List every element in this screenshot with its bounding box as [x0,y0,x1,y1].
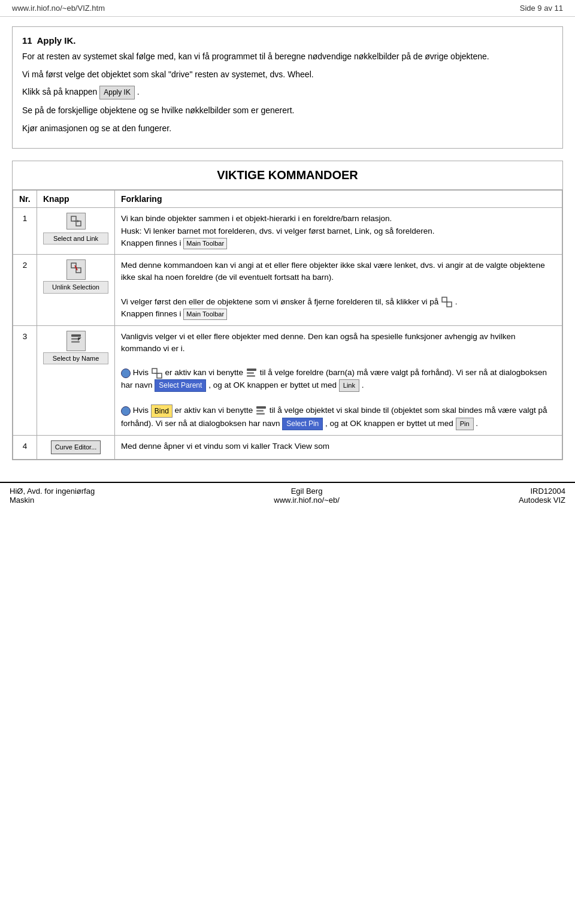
svg-rect-19 [247,372,254,374]
kommandoer-table: Nr. Knapp Forklaring 1 [13,190,562,459]
svg-rect-15 [152,369,157,373]
link-button[interactable]: Link [339,379,359,391]
viktige-title: VIKTIGE KOMMANDOER [13,161,562,190]
select-pin-button[interactable]: Select Pin [282,418,323,431]
svg-rect-9 [447,302,452,307]
para-3: Klikk så på knappen Apply IK . [22,86,553,99]
footer-left: HiØ, Avd. for ingeniørfag Maskin [10,487,95,505]
row-1-nr: 1 [13,208,37,255]
select-parent-button[interactable]: Select Parent [155,379,206,392]
svg-rect-22 [256,410,264,412]
footer-left-line2: Maskin [10,496,95,505]
footer-right: IRD12004 Autodesk VIZ [519,487,565,505]
svg-rect-21 [256,406,266,409]
row-4-knapp: Curve Editor... [37,436,115,460]
svg-rect-23 [256,413,265,415]
table-row: 4 Curve Editor... Med denne åpner vi et … [13,436,562,460]
select-icon-inline-1 [151,367,163,379]
svg-rect-16 [157,373,162,378]
row-4-nr: 4 [13,436,37,460]
footer-center-line2: www.ir.hiof.no/~eb/ [274,496,339,505]
main-toolbar-label-2: Main Toolbar [183,309,227,320]
para-1: For at resten av systemet skal følge med… [22,50,553,64]
unlink-svg-icon [70,262,82,274]
curve-editor-icon[interactable]: Curve Editor... [51,440,101,454]
para-4: Se på de forskjellige objektene og se hv… [22,104,553,117]
svg-marker-3 [77,220,80,222]
svg-rect-12 [71,338,78,340]
main-toolbar-label-1: Main Toolbar [183,238,227,249]
section-title: Apply IK. [37,35,75,46]
footer-left-line1: HiØ, Avd. for ingeniørfag [10,487,95,496]
section-number: 11 [22,35,32,46]
main-content: 11 Apply IK. For at resten av systemet s… [0,17,575,482]
select-and-link-icon[interactable] [66,213,86,230]
col-nr-header: Nr. [13,191,37,208]
unlink-selection-label: Unlink Selection [43,281,108,294]
pin-button[interactable]: Pin [456,418,474,430]
section-11-header: 11 Apply IK. [22,35,553,46]
bind-button[interactable]: Bind [151,404,172,418]
table-row: 2 Unlink Se [13,255,562,325]
select-by-name-icon[interactable] [66,331,86,351]
section-11-box: 11 Apply IK. For at resten av systemet s… [12,26,563,149]
row-3-forkl: Vanligvis velger vi et eller flere objek… [115,325,562,436]
header-page-num: Side 9 av 11 [520,4,563,13]
select-by-name-label: Select by Name [43,352,108,365]
svg-rect-11 [71,334,81,337]
unlink-inline-icon [441,297,455,306]
select-icon-inline-2 [246,367,258,379]
row-1-forkl: Vi kan binde objekter sammen i et objekt… [115,208,562,255]
footer-right-line1: IRD12004 [519,487,565,496]
svg-rect-0 [71,216,76,221]
footer-center: Egil Berg www.ir.hiof.no/~eb/ [274,487,339,505]
page-footer: HiØ, Avd. for ingeniørfag Maskin Egil Be… [0,482,575,508]
row-4-forkl: Med denne åpner vi et vindu som vi kalle… [115,436,562,460]
table-header-row: Nr. Knapp Forklaring [13,191,562,208]
circle-icon-1 [121,369,131,378]
svg-rect-18 [247,369,256,371]
svg-rect-20 [247,375,255,377]
row-1-knapp: Select and Link [37,208,115,255]
section-body: For at resten av systemet skal følge med… [22,50,553,135]
table-row: 1 [13,208,562,255]
para-2: Vi må først velge det objektet som skal … [22,68,553,81]
svg-rect-1 [76,221,81,226]
select-icon-inline-3 [255,405,267,417]
select-link-svg-icon [70,215,82,227]
svg-rect-13 [71,341,80,343]
row-2-knapp: Unlink Selection [37,255,115,325]
header-url: www.ir.hiof.no/~eb/VIZ.htm [12,4,105,13]
circle-icon-2 [121,406,131,416]
row-3-nr: 3 [13,325,37,436]
row-2-nr: 2 [13,255,37,325]
col-knapp-header: Knapp [37,191,115,208]
page-header: www.ir.hiof.no/~eb/VIZ.htm Side 9 av 11 [0,0,575,17]
row-2-forkl: Med denne kommandoen kan vi angi at et e… [115,255,562,325]
table-row: 3 Select by [13,325,562,436]
viktige-kommandoer-box: VIKTIGE KOMMANDOER Nr. Knapp Forklaring … [12,161,563,460]
row-3-knapp: Select by Name [37,325,115,436]
para-5: Kjør animasjonen og se at den fungerer. [22,122,553,135]
footer-center-line1: Egil Berg [274,487,339,496]
select-and-link-label: Select and Link [43,232,108,245]
apply-ik-button[interactable]: Apply IK [99,86,135,99]
unlink-selection-icon[interactable] [66,259,86,280]
select-by-name-svg-icon [70,333,82,345]
col-forkl-header: Forklaring [115,191,562,208]
footer-right-line2: Autodesk VIZ [519,496,565,505]
svg-rect-8 [442,297,447,302]
